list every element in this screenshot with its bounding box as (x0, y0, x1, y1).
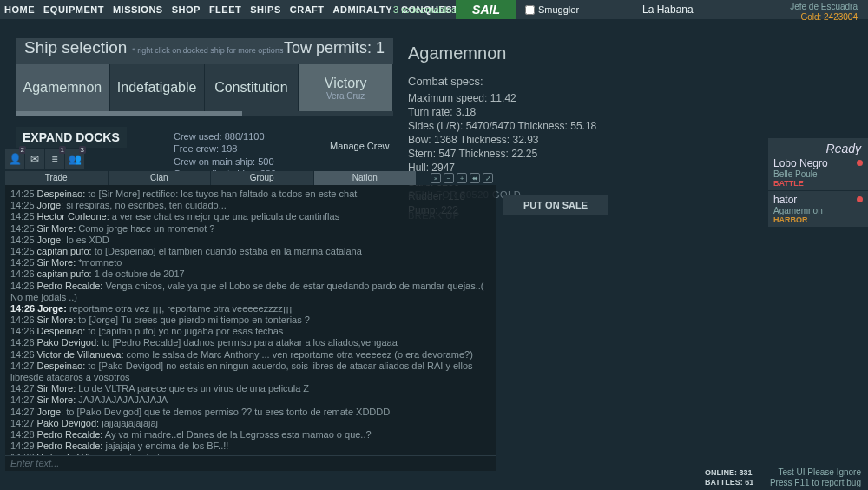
chat-line: 14:25 Hector Corleone: a ver ese chat es… (10, 211, 491, 222)
chat-line: 14:25 Despeinao: to [Sir More] rectifico… (10, 189, 491, 200)
ship-slot-agamemnon[interactable]: Agamemnon (16, 64, 110, 111)
smuggler-checkbox[interactable] (525, 5, 535, 15)
chat-line: 14:25 Sir More: *momneto (10, 257, 491, 268)
ship-slot-indefatigable[interactable]: Indefatigable (110, 64, 205, 111)
chat-input[interactable]: Enter text... (5, 455, 496, 471)
gold-display: Gold: 2423004 (800, 12, 858, 22)
nav-equipment[interactable]: EQUIPMENT (39, 4, 108, 15)
ship-slot-constitution[interactable]: Constitution (205, 64, 299, 111)
chat-line: 14:26 capitan pufo: 1 de octubre de 2017 (10, 268, 491, 280)
fleet-entry[interactable]: hatorAgamemnonHARBOR (768, 191, 868, 228)
nav-fleet[interactable]: FLEET (205, 4, 246, 15)
chat-line: 14:25 Jorge: si respiras, no escribes, t… (10, 200, 491, 211)
player-rank: Jefe de Escuadra (790, 2, 858, 11)
expand-docks-button[interactable]: EXPAND DOCKS (16, 127, 127, 148)
nav-ships[interactable]: SHIPS (246, 4, 286, 15)
footer-text: Test UI Please Ignore Press F11 to repor… (770, 467, 861, 488)
toolbar-icon-1[interactable]: ✉ (25, 149, 44, 169)
chat-tab-clan[interactable]: Clan (108, 171, 212, 185)
toolbar-icon-3[interactable]: 👥3 (65, 149, 84, 169)
manage-crew-button[interactable]: Manage Crew (330, 141, 389, 151)
tow-permits: Tow permits: 1 (284, 39, 385, 57)
chat-line: 14:28 Pedro Recalde: Ay va mi madre..el … (10, 429, 491, 440)
chat-control-icon[interactable]: ⤢ (483, 173, 493, 183)
chat-line: 14:27 Sir More: JAJAJAJAJAJAJAJA (10, 394, 491, 406)
chat-line: 14:27 Sir More: Lo de VLTRA parece que e… (10, 383, 491, 394)
chat-line: 14:26 Sir More: to [Jorge] Tu crees que … (10, 315, 491, 326)
ship-slot-victory[interactable]: VictoryVera Cruz (299, 64, 393, 111)
chat-line: 14:26 Victor de Villanueva: como le sals… (10, 349, 491, 361)
chat-control-icon[interactable]: × (431, 173, 441, 183)
chat-line: 14:26 Pedro Recalde: Venga chicos, vale … (10, 281, 491, 303)
chat-line: 14:25 Jorge: lo es XDD (10, 235, 491, 246)
smuggler-label: Smuggler (538, 4, 579, 15)
chat-line: 14:25 capitan pufo: to [Despeinao] el ta… (10, 246, 491, 257)
chat-line: 14:27 Jorge: to [Pako Devigod] que te de… (10, 407, 491, 418)
port-name: La Habana (642, 3, 694, 16)
redeemables-count[interactable]: 3 redeemables (386, 2, 464, 17)
chat-tab-group[interactable]: Group (211, 171, 314, 185)
nav-shop[interactable]: SHOP (168, 4, 205, 15)
chat-line: 14:29 Pedro Recalde: jajajaja y encima d… (10, 440, 491, 452)
toolbar-icon-0[interactable]: 👤2 (5, 149, 24, 169)
chat-line: 14:27 Despeinao: to [Pako Devigod] no es… (10, 361, 491, 383)
chat-line: 14:26 Jorge: reportame otra vez ¡¡¡, rep… (10, 303, 491, 315)
chat-line: 14:26 Pako Devigod: to [Pedro Recalde] d… (10, 337, 491, 348)
chat-window: TradeClanGroupNation×−+⬌⤢ 14:25 Despeina… (5, 171, 496, 471)
chat-tab-nation[interactable]: Nation (314, 171, 418, 185)
put-on-sale-button[interactable]: PUT ON SALE (503, 195, 608, 215)
chat-line: 14:25 Sir More: Como jorge hace un momen… (10, 223, 491, 235)
chat-line: 14:27 Pako Devigod: jajjajajajajajaj (10, 418, 491, 429)
ship-selection-header: Ship selection * right click on docked s… (16, 38, 393, 64)
nav-home[interactable]: HOME (0, 4, 39, 15)
chat-control-icon[interactable]: − (444, 173, 454, 183)
fleet-entry[interactable]: Lobo NegroBelle PouleBATTLE (768, 155, 868, 191)
sail-button[interactable]: SAIL (456, 0, 516, 19)
nav-craft[interactable]: CRAFT (286, 4, 329, 15)
chat-line: 14:26 Despeinao: to [capitan pufo] yo no… (10, 326, 491, 337)
ship-scrollbar[interactable] (16, 111, 393, 116)
chat-control-icon[interactable]: + (457, 173, 467, 183)
toolbar-icon-2[interactable]: ≡1 (45, 149, 64, 169)
smuggler-toggle[interactable]: Smuggler (525, 4, 579, 15)
server-stats: ONLINE: 331 BATTLES: 61 (705, 468, 753, 488)
chat-control-icon[interactable]: ⬌ (470, 173, 480, 183)
chat-tab-trade[interactable]: Trade (5, 171, 108, 185)
nav-missions[interactable]: MISSIONS (108, 4, 168, 15)
